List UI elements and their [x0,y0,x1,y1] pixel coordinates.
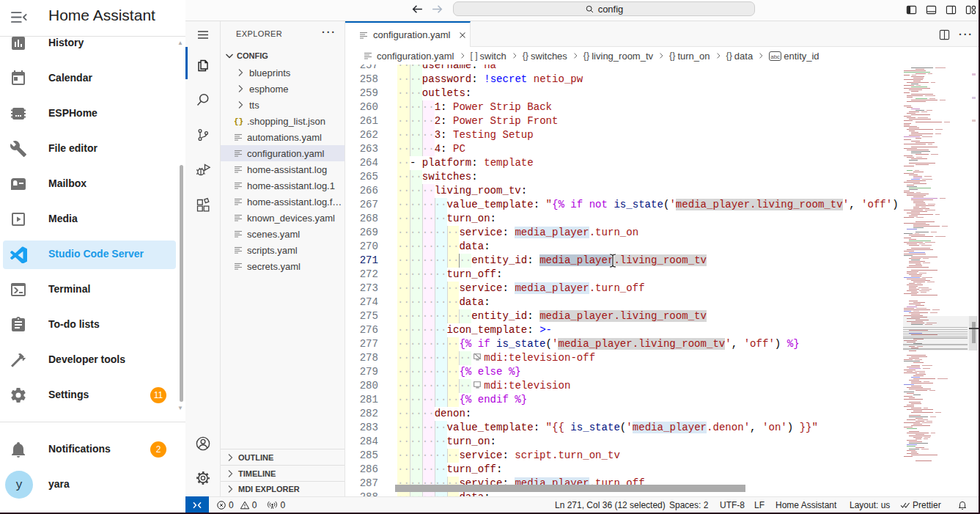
svg-text:{}: {} [234,117,243,126]
svg-text:abc: abc [770,53,780,59]
